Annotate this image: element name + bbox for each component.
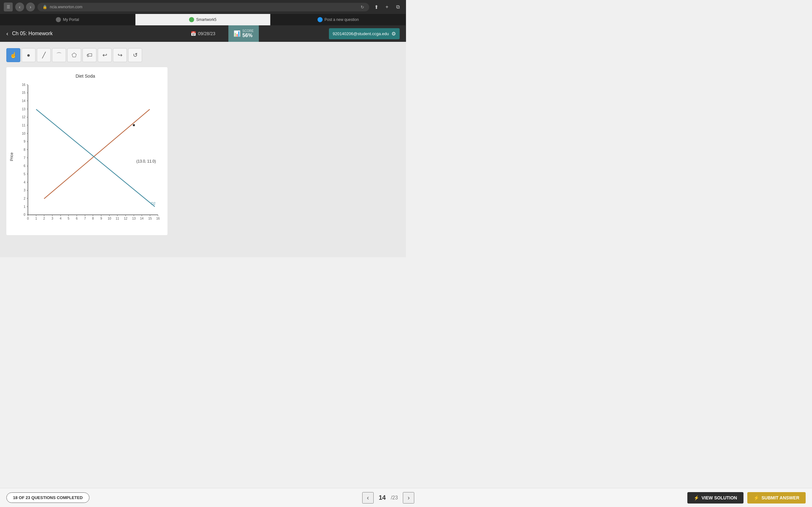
- tabs-bar: My Portal Smartwork5 Post a new question: [0, 14, 406, 25]
- svg-text:0: 0: [23, 213, 26, 216]
- undo-btn[interactable]: ↩: [98, 48, 112, 62]
- svg-text:8: 8: [23, 148, 26, 152]
- svg-text:11: 11: [115, 217, 119, 220]
- svg-text:3: 3: [51, 217, 53, 220]
- svg-text:14: 14: [22, 99, 26, 103]
- address-bar[interactable]: 🔒 ncia.wwnorton.com ↻: [38, 3, 369, 11]
- user-badge: 920140206@student.ccga.edu ⚙: [329, 28, 400, 39]
- annotation-dot: [133, 124, 135, 126]
- svg-text:11: 11: [22, 124, 26, 127]
- forward-btn[interactable]: ›: [26, 3, 35, 11]
- dot-tool-btn[interactable]: ●: [21, 48, 36, 62]
- svg-text:12: 12: [22, 115, 26, 119]
- chart-annotation: (13.0, 11.0): [136, 159, 156, 164]
- tab-my-portal[interactable]: My Portal: [0, 14, 136, 25]
- tab-post-question-label: Post a new question: [324, 17, 359, 22]
- svg-text:6: 6: [23, 164, 26, 168]
- svg-text:1: 1: [23, 205, 26, 209]
- app-header: ‹ Ch 05: Homework 📅 09/28/23 📊 SCORE 56%…: [0, 25, 406, 42]
- chart-container: Diet Soda Price // We'll do this inline …: [6, 67, 167, 235]
- y-axis-label: Price: [9, 153, 14, 161]
- tag-tool-btn[interactable]: 🏷: [83, 48, 96, 62]
- back-arrow-btn[interactable]: ‹: [6, 31, 8, 37]
- svg-text:5: 5: [23, 172, 26, 176]
- score-label: SCORE: [242, 29, 254, 33]
- svg-text:2: 2: [23, 197, 26, 200]
- user-email: 920140206@student.ccga.edu: [333, 32, 389, 36]
- tab-smartwork5-label: Smartwork5: [196, 17, 216, 22]
- curve-tool-btn[interactable]: ⌒: [52, 48, 66, 62]
- svg-text:3: 3: [23, 188, 26, 192]
- new-tab-btn[interactable]: +: [383, 3, 392, 11]
- svg-text:13: 13: [22, 107, 26, 111]
- post-question-icon: [317, 17, 322, 22]
- line-tool-btn[interactable]: ╱: [37, 48, 51, 62]
- select-tool-btn[interactable]: ☝: [6, 48, 20, 62]
- demand2-line: [36, 109, 155, 207]
- svg-text:13: 13: [132, 217, 136, 220]
- svg-text:8: 8: [92, 217, 94, 220]
- browser-chrome: ☰ ‹ › 🔒 ncia.wwnorton.com ↻ ⬆ + ⧉: [0, 0, 406, 14]
- redo-btn[interactable]: ↪: [113, 48, 127, 62]
- d2-label: D2: [151, 202, 155, 205]
- tab-post-question[interactable]: Post a new question: [270, 14, 406, 25]
- settings-icon[interactable]: ⚙: [392, 31, 396, 37]
- smartwork-icon: [189, 17, 194, 22]
- svg-text:6: 6: [76, 217, 78, 220]
- date-badge: 📅 09/28/23: [191, 31, 215, 36]
- svg-text:1: 1: [35, 217, 37, 220]
- tab-smartwork5[interactable]: Smartwork5: [136, 14, 271, 25]
- chapter-title: Ch 05: Homework: [12, 31, 53, 37]
- supply-line: [44, 109, 150, 199]
- score-chart-icon: 📊: [234, 30, 241, 37]
- svg-text:10: 10: [22, 132, 26, 135]
- chart-svg: // We'll do this inline with SVG text 0 …: [15, 82, 161, 231]
- svg-text:2: 2: [43, 217, 45, 220]
- svg-text:12: 12: [124, 217, 128, 220]
- svg-text:15: 15: [148, 217, 152, 220]
- tabs-btn[interactable]: ⧉: [393, 3, 402, 11]
- date-text: 09/28/23: [198, 31, 215, 36]
- chart-title: Diet Soda: [9, 73, 161, 78]
- calendar-icon: 📅: [191, 31, 196, 36]
- share-btn[interactable]: ⬆: [372, 3, 380, 11]
- score-value: 56%: [242, 33, 254, 38]
- svg-text:4: 4: [60, 217, 61, 220]
- svg-text:16: 16: [22, 83, 26, 87]
- reset-btn[interactable]: ↺: [128, 48, 142, 62]
- score-badge: 📊 SCORE 56%: [229, 25, 259, 42]
- svg-text:7: 7: [84, 217, 86, 220]
- back-btn[interactable]: ‹: [15, 3, 24, 11]
- url-text: ncia.wwnorton.com: [50, 5, 83, 9]
- svg-text:14: 14: [140, 217, 144, 220]
- portal-icon: [56, 17, 61, 22]
- svg-text:10: 10: [107, 217, 111, 220]
- svg-text:9: 9: [100, 217, 102, 220]
- chart-svg-area[interactable]: // We'll do this inline with SVG text 0 …: [15, 82, 161, 232]
- sidebar-toggle-btn[interactable]: ☰: [4, 3, 13, 11]
- polygon-tool-btn[interactable]: ⬠: [67, 48, 81, 62]
- svg-text:7: 7: [23, 156, 26, 160]
- svg-text:0: 0: [27, 217, 29, 220]
- reload-btn[interactable]: ↻: [361, 5, 364, 9]
- svg-text:16: 16: [156, 217, 160, 220]
- tab-my-portal-label: My Portal: [63, 17, 79, 22]
- svg-text:5: 5: [67, 217, 69, 220]
- svg-text:15: 15: [22, 91, 26, 95]
- svg-text:9: 9: [23, 140, 26, 143]
- drawing-toolbar: ☝ ● ╱ ⌒ ⬠ 🏷 ↩ ↪ ↺: [6, 48, 400, 62]
- svg-text:4: 4: [23, 181, 26, 184]
- main-content: ☝ ● ╱ ⌒ ⬠ 🏷 ↩ ↪ ↺ Diet Soda Price: [0, 42, 406, 257]
